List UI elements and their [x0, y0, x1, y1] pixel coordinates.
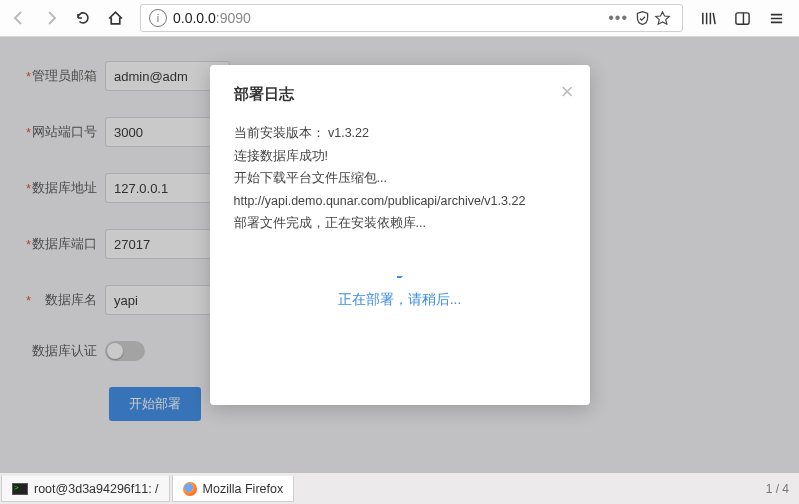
taskbar-firefox[interactable]: Mozilla Firefox — [172, 475, 295, 502]
taskbar-terminal-label: root@3d3a94296f11: / — [34, 482, 159, 496]
spinner-icon — [397, 276, 403, 282]
modal-overlay: 部署日志 × 当前安装版本： v1.3.22 连接数据库成功! 开始下载平台文件… — [0, 37, 799, 472]
url-bar[interactable]: i 0.0.0.0:9090 ••• — [140, 4, 683, 32]
terminal-icon — [12, 483, 28, 495]
reader-shield-icon[interactable] — [634, 10, 654, 27]
reload-button[interactable] — [68, 3, 98, 33]
sidebar-icon[interactable] — [727, 3, 757, 33]
log-line: 连接数据库成功! — [234, 145, 566, 168]
site-info-icon[interactable]: i — [149, 9, 167, 27]
svg-rect-0 — [735, 12, 748, 23]
bookmark-star-icon[interactable] — [654, 10, 674, 27]
forward-button[interactable] — [36, 3, 66, 33]
firefox-icon — [183, 482, 197, 496]
menu-icon[interactable] — [761, 3, 791, 33]
deploy-log-modal: 部署日志 × 当前安装版本： v1.3.22 连接数据库成功! 开始下载平台文件… — [210, 65, 590, 405]
log-line: 部署文件完成，正在安装依赖库... — [234, 212, 566, 235]
page-actions-icon[interactable]: ••• — [608, 9, 628, 27]
log-line: 当前安装版本： v1.3.22 — [234, 122, 566, 145]
back-button[interactable] — [4, 3, 34, 33]
page-viewport: 管理员邮箱 网站端口号 数据库地址 数据库端口 数据库名 数据库认证 开始部署 … — [0, 37, 799, 472]
taskbar: root@3d3a94296f11: / Mozilla Firefox 1 /… — [0, 472, 799, 504]
taskbar-terminal[interactable]: root@3d3a94296f11: / — [1, 475, 170, 502]
url-text: 0.0.0.0:9090 — [173, 10, 602, 26]
modal-title: 部署日志 — [234, 85, 566, 104]
loading-text: 正在部署，请稍后... — [338, 291, 462, 307]
taskbar-firefox-label: Mozilla Firefox — [203, 482, 284, 496]
home-button[interactable] — [100, 3, 130, 33]
browser-toolbar: i 0.0.0.0:9090 ••• — [0, 0, 799, 37]
page-indicator: 1 / 4 — [756, 473, 799, 504]
log-line: 开始下载平台文件压缩包... http://yapi.demo.qunar.co… — [234, 167, 566, 212]
log-body: 当前安装版本： v1.3.22 连接数据库成功! 开始下载平台文件压缩包... … — [234, 122, 566, 235]
library-icon[interactable] — [693, 3, 723, 33]
close-icon[interactable]: × — [561, 79, 574, 105]
loading-status: 正在部署，请稍后... — [234, 275, 566, 309]
